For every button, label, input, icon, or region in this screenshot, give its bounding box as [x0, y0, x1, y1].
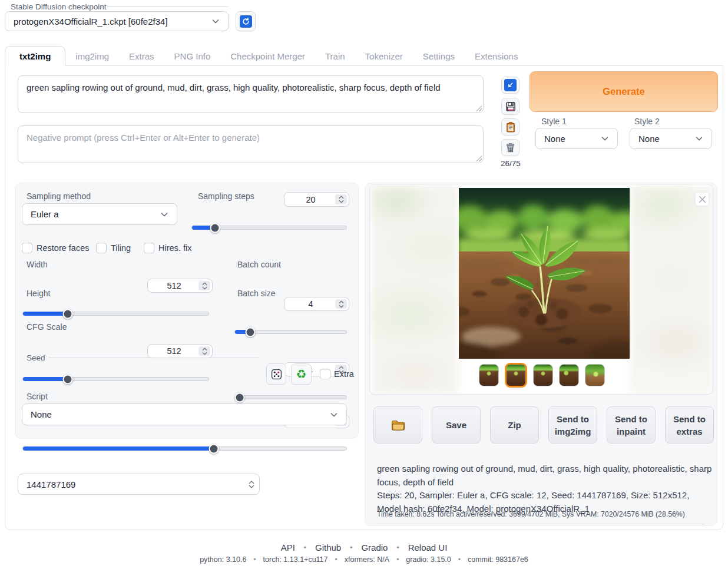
hires-fix-checkbox[interactable]: [144, 243, 154, 253]
chevron-down-icon: [159, 209, 170, 220]
slider-thumb[interactable]: [246, 327, 256, 337]
tab-tokenizer[interactable]: Tokenizer: [355, 46, 413, 66]
stepper-icon[interactable]: [335, 194, 347, 204]
bullet-separator: •: [396, 555, 399, 564]
script-label: Script: [27, 392, 48, 401]
restore-faces-label: Restore faces: [37, 243, 89, 253]
slider-thumb[interactable]: [210, 223, 220, 233]
batch-count-input[interactable]: [284, 297, 349, 311]
stable-diffusion-webui: Stable Diffusion checkpoint protogenX34O…: [0, 0, 728, 569]
version-commit: commit: 983167e6: [468, 555, 528, 564]
tiling-checkbox[interactable]: [96, 243, 107, 253]
batch-size-slider[interactable]: [234, 395, 347, 399]
slider-thumb[interactable]: [62, 309, 72, 319]
batch-count-slider[interactable]: [234, 330, 347, 334]
width-input[interactable]: [147, 279, 213, 293]
script-dropdown[interactable]: None: [22, 403, 347, 425]
extra-seed-label: Extra: [334, 369, 354, 379]
close-icon: [699, 196, 706, 203]
tab-img2img[interactable]: img2img: [65, 46, 119, 66]
sampling-method-dropdown[interactable]: Euler a: [22, 203, 177, 225]
sampling-steps-label: Sampling steps: [198, 191, 254, 201]
stepper-icon[interactable]: [198, 346, 210, 356]
send-to-extras-button[interactable]: Send to extras: [665, 406, 714, 444]
hires-fix-label: Hires. fix: [158, 243, 191, 253]
footer-links: API • Github • Gradio • Reload UI: [0, 542, 728, 553]
bullet-separator: •: [253, 555, 256, 564]
sampling-steps-slider[interactable]: [191, 226, 347, 230]
random-seed-button[interactable]: [266, 363, 286, 385]
refresh-icon: [240, 15, 252, 28]
token-counter: 26/75: [498, 159, 524, 168]
reuse-seed-button[interactable]: ♻: [291, 363, 312, 385]
zip-button[interactable]: Zip: [490, 406, 539, 444]
height-slider[interactable]: [22, 377, 209, 381]
generated-image-sapling[interactable]: [459, 188, 630, 359]
result-gallery: [369, 184, 713, 395]
sampling-method-value: Euler a: [31, 209, 159, 219]
slider-thumb[interactable]: [209, 444, 219, 454]
generation-info: green sapling rowing out of ground, mud,…: [377, 462, 714, 515]
tab-extensions[interactable]: Extensions: [465, 46, 528, 66]
style1-value: None: [544, 134, 600, 144]
tab-train[interactable]: Train: [315, 46, 355, 66]
chevron-down-icon: [694, 133, 704, 144]
cfg-scale-label: CFG Scale: [27, 322, 67, 332]
thumbnail-2-selected[interactable]: [505, 363, 527, 388]
stepper-icon[interactable]: [335, 299, 347, 309]
checkpoint-value: protogenX34OfficialR_1.ckpt [60fe2f34]: [14, 16, 210, 27]
save-style-button[interactable]: [501, 98, 519, 115]
cfg-scale-slider[interactable]: [22, 446, 347, 451]
open-folder-button[interactable]: [373, 406, 422, 444]
slider-thumb[interactable]: [234, 392, 244, 402]
footer-link-api[interactable]: API: [281, 542, 295, 553]
paste-generation-params-button[interactable]: [501, 77, 519, 94]
main-tabs: txt2img img2img Extras PNG Info Checkpoi…: [5, 46, 528, 66]
footer-link-gradio[interactable]: Gradio: [361, 542, 388, 553]
style1-dropdown[interactable]: None: [535, 128, 618, 149]
send-to-inpaint-button[interactable]: Send to inpaint: [607, 406, 656, 444]
refresh-checkpoint-button[interactable]: [236, 11, 256, 31]
generation-info-prompt: green sapling rowing out of ground, mud,…: [377, 462, 714, 489]
send-to-img2img-button[interactable]: Send to img2img: [548, 406, 597, 444]
stepper-icon[interactable]: [198, 281, 210, 290]
checkpoint-legend-line: [107, 6, 229, 7]
stepper-icon[interactable]: [246, 476, 257, 492]
thumbnail-5[interactable]: [585, 364, 605, 386]
bullet-separator: •: [335, 555, 337, 564]
thumbnail-4[interactable]: [559, 364, 579, 386]
apply-style-button[interactable]: [501, 118, 519, 135]
footer-link-github[interactable]: Github: [315, 542, 341, 553]
seed-input[interactable]: [18, 474, 260, 495]
height-label: Height: [27, 289, 50, 298]
tab-settings[interactable]: Settings: [413, 46, 465, 66]
arrow-down-left-icon: [504, 79, 517, 91]
footer-link-reload-ui[interactable]: Reload UI: [408, 542, 448, 553]
negative-prompt-input[interactable]: [18, 125, 484, 163]
sampling-steps-input[interactable]: [284, 192, 349, 207]
clear-prompt-button[interactable]: [501, 139, 519, 156]
height-input[interactable]: [147, 344, 213, 358]
thumbnail-1[interactable]: [479, 364, 499, 386]
chevron-down-icon: [600, 133, 610, 144]
tab-png-info[interactable]: PNG Info: [164, 46, 221, 66]
thumbnail-3[interactable]: [533, 364, 553, 386]
tiling-label: Tiling: [111, 243, 131, 253]
extra-seed-checkbox[interactable]: [320, 369, 330, 379]
restore-faces-checkbox[interactable]: [22, 243, 32, 253]
floppy-disk-icon: [505, 101, 517, 113]
style2-dropdown[interactable]: None: [630, 128, 712, 149]
style2-value: None: [638, 134, 694, 144]
slider-thumb[interactable]: [62, 374, 72, 384]
prompt-input[interactable]: green sapling rowing out of ground, mud,…: [18, 75, 484, 113]
tab-txt2img[interactable]: txt2img: [5, 46, 65, 66]
checkpoint-dropdown[interactable]: protogenX34OfficialR_1.ckpt [60fe2f34]: [5, 11, 229, 31]
generate-button[interactable]: Generate: [530, 71, 718, 112]
width-slider[interactable]: [22, 312, 209, 316]
save-button[interactable]: Save: [432, 406, 481, 444]
prompt-field-wrap: green sapling rowing out of ground, mud,…: [18, 75, 484, 113]
tab-extras[interactable]: Extras: [119, 46, 164, 66]
close-gallery-button[interactable]: [695, 192, 709, 206]
tab-checkpoint-merger[interactable]: Checkpoint Merger: [220, 46, 315, 66]
batch-count-label: Batch count: [237, 260, 281, 269]
